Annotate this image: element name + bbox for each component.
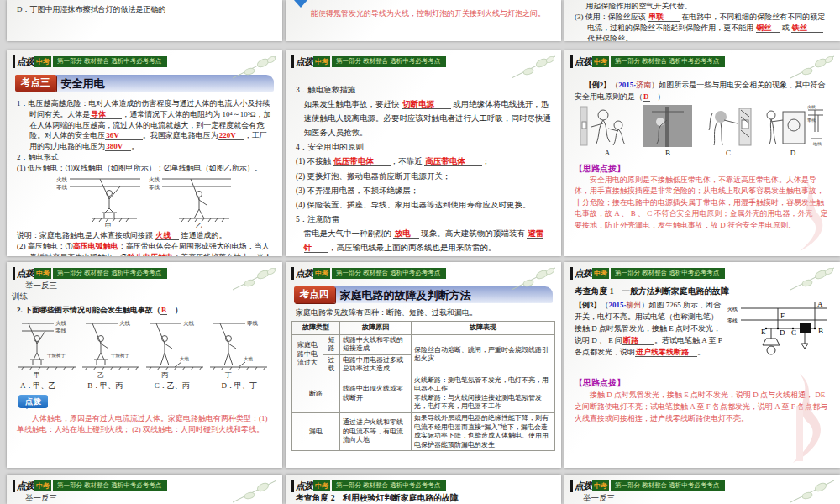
table-cell: 过载 <box>323 354 340 375</box>
electric-shock-diagram-jia-yi: 火线 零线 甲 火线 零线 乙 <box>56 174 233 229</box>
header-bar-text: 第一部分 教材整合 透析中考必考考点 <box>332 480 446 491</box>
wire-label: 火线 <box>727 307 738 312</box>
note-label: 大地 <box>180 356 190 361</box>
header-bar-text: 第一部分 教材整合 透析中考必考考点 <box>53 56 167 67</box>
table-cell: 漏电 <box>292 412 340 450</box>
cartoon-caption: A <box>580 148 635 160</box>
dianba-zhongkao-logo: 点拨中考 <box>570 55 609 68</box>
paragraph: (2) 更换灯泡、搬动电器前应断开电源开关； <box>296 170 551 184</box>
figure-caption: 丁 <box>224 371 232 379</box>
slide-partial-top-middle[interactable]: 能使得氖管发光的导线为火线，控制灯泡的开关接到火线与灯泡之间。 <box>286 0 561 41</box>
header-bar-text: 第一部分 教材整合 透析中考必考考点 <box>332 56 446 67</box>
slide-example3[interactable]: 点拨中考 第一部分 教材整合 透析中考必考考点 考查角度 1 一般方法判断家庭电… <box>564 262 840 468</box>
header-bar-text: 第一部分 教材整合 透析中考必考考点 <box>53 480 167 491</box>
table-cell: 家庭电路中电流过大 <box>292 334 323 375</box>
section-label: 训练 <box>12 291 282 302</box>
pink-watermark-decoration <box>774 177 833 253</box>
wire-label: 火线 <box>149 176 160 182</box>
figure-caption: 甲 <box>34 371 40 379</box>
magnolia-flower-decoration <box>787 265 836 291</box>
cartoon-caption: D <box>761 148 825 160</box>
header-bar-text: 第一部分 教材整合 透析中考必考考点 <box>332 268 446 279</box>
paragraph: 5．注意防雷 <box>296 213 551 227</box>
paragraph: 雷电是大气中一种剧烈的 放电 现象。高大建筑物的顶端装有 避雷针 ，高压输电线最… <box>296 227 551 255</box>
dianba-zhongkao-logo: 点拨中考 <box>570 480 609 492</box>
wire-label: 零线 <box>55 328 67 334</box>
cartoon-a: A <box>580 104 635 160</box>
dianba-zhongkao-logo: 点拨中考 <box>13 55 51 68</box>
table-cell: 短路 <box>323 334 340 354</box>
point-label: D <box>780 328 785 337</box>
option-b: B．甲、丙 <box>87 381 123 391</box>
table-cell: 如果导线外层或用电器的绝缘性能下降，则有电流不经用电器而直接“漏入”地下，漏电会… <box>412 412 555 450</box>
magnolia-flower-decoration <box>229 477 278 504</box>
magnolia-flower-decoration <box>787 53 836 80</box>
paragraph: 能使得氖管发光的导线为火线，控制灯泡的开关接到火线与灯泡之间。 <box>286 0 561 19</box>
intro-line: 家庭电路常见故障有四种：断路、短路、过载和漏电。 <box>291 307 556 318</box>
figure-caption: 乙 <box>196 222 202 229</box>
dianba-zhongkao-logo: 点拨中考 <box>291 480 330 492</box>
dianba-zhongkao-logo: 点拨中考 <box>291 55 330 68</box>
pink-watermark-decoration <box>766 372 833 465</box>
table-cell: 保险丝自动熔断、跳闸，严重时会烧毁线路引起火灾 <box>412 334 555 375</box>
point-label: E <box>761 328 766 336</box>
table-cell: 断路 <box>292 375 340 412</box>
shock-cases-diagram: 火线 零线 干燥椅子 甲 火线 干燥椅子 乙 火线 <box>17 317 272 379</box>
cartoon-b: B <box>640 104 696 160</box>
wire-label: 火线 <box>183 320 195 326</box>
magnolia-flower-decoration <box>787 477 836 504</box>
paragraph: 2．触电形式 <box>17 152 272 163</box>
slide-kaodian3-safety[interactable]: 点拨中考 第一部分 教材整合 透析中考必考考点 考点三 安全用电 1．电压越高越… <box>7 50 282 256</box>
dianba-zhongkao-logo: 点拨中考 <box>13 267 51 280</box>
magnolia-flower-decoration <box>229 53 278 80</box>
option-d: D．甲、丁 <box>222 381 258 391</box>
slide-kaodian4-faults[interactable]: 点拨中考 第一部分 教材整合 透析中考必考考点 考点四 家庭电路的故障及判断方法… <box>286 262 561 468</box>
paragraph: (2) 高压触电：①高压电弧触电：高压带电体会在周围形成强大的电场，当人靠近时容… <box>17 241 272 256</box>
slide-partial-bottom-left[interactable]: 点拨中考 第一部分 教材整合 透析中考必考考点 举一反三 训练 <box>7 475 282 504</box>
example-block: 火线 零线 A F E D C B <box>575 300 830 359</box>
wire-label: 火线 <box>807 105 816 109</box>
option-a: A．甲、乙 <box>20 381 56 391</box>
point-label: F <box>780 312 785 320</box>
slide-practice2[interactable]: 点拨中考 第一部分 教材整合 透析中考必考考点 举一反三 训练 2. 下面哪些图… <box>7 262 282 468</box>
header-bar-text: 第一部分 教材整合 透析中考必考考点 <box>611 268 725 279</box>
wire-label: 火线 <box>55 320 67 326</box>
paragraph: 如果发生触电事故，要赶快 切断电源 或用绝缘体将电线挑开，迅速使触电人脱离电源。… <box>296 97 551 140</box>
figure-caption: 丙 <box>161 371 169 379</box>
paragraph: 说明：家庭电路触电是人体直接或间接跟 火线 连通造成的。 <box>17 230 272 241</box>
wire-label: 零线 <box>807 118 816 123</box>
paragraph: 用起保险作用的空气开关代替。 <box>575 1 830 12</box>
slide-partial-top-left[interactable]: D．丁图中用湿抹布擦拭台灯的做法是正确的 <box>7 0 282 41</box>
table-header: 故障类型 <box>292 322 340 335</box>
cartoon-strip: A B <box>575 102 830 160</box>
answer-options: A．甲、乙 B．甲、丙 C．乙、丙 D．甲、丁 <box>17 380 272 391</box>
wire-label: 火线 <box>56 176 68 182</box>
option-c: C．乙、丙 <box>155 381 190 391</box>
magnolia-flower-decoration <box>508 53 557 80</box>
slide-partial-bottom-middle[interactable]: 点拨中考 第一部分 教材整合 透析中考必考考点 考查角度 2 利用校验灯判断家庭… <box>286 475 561 504</box>
paragraph: (3) 使用：保险丝应该 串联 在电路中，不同粗细的保险丝有不同的额定电流，过粗… <box>575 12 830 41</box>
question: 2. 下面哪些图示情况可能会发生触电事故（B ） <box>17 305 272 316</box>
table-cell: 火线断路：测电笔氖管不发光，电灯不亮，用电器不工作 零线断路：与火线间接连接处测… <box>412 375 555 412</box>
table-cell: 电路中用电器过多或总功率过大造成 <box>340 354 412 375</box>
dianbo-bubble-label: 点拨 <box>18 395 48 408</box>
note-label: 干燥椅子 <box>111 353 130 358</box>
magnolia-flower-decoration <box>508 265 557 291</box>
dianba-zhongkao-logo: 点拨中考 <box>291 267 330 280</box>
pointer-bubble-fragment-icon <box>294 0 307 8</box>
kaodian-tag: 考点三 <box>15 75 56 92</box>
wire-label: 零线 <box>727 318 738 323</box>
circuit-figure-7265: 火线 零线 A F E D C B <box>727 300 830 372</box>
magnolia-flower-decoration <box>229 265 278 291</box>
slide-header: 点拨中考 第一部分 教材整合 透析中考必考考点 <box>291 480 561 491</box>
table-header: 故障原因 <box>340 322 412 335</box>
tip-label: 【思路点拨】 <box>575 162 830 175</box>
slide-partial-top-right[interactable]: 用起保险作用的空气开关代替。 (3) 使用：保险丝应该 串联 在电路中，不同粗细… <box>564 0 840 41</box>
wire-label: 火线 <box>119 320 131 326</box>
slide-partial-bottom-right[interactable]: 点拨中考 第一部分 教材整合 透析中考必考考点 举一反三 训练 如图所示的家庭照… <box>564 475 840 504</box>
figure-caption: 乙 <box>97 371 104 379</box>
paragraph: (4) 保险装置、插座、导线、家用电器等达到使用寿命应及时更换。 <box>296 198 551 213</box>
slide-example2[interactable]: 点拨中考 第一部分 教材整合 透析中考必考考点 【例2】（2015·济南）如图所… <box>564 50 840 256</box>
paragraph: 1．电压越高越危险：电对人体造成的伤害程度与通过人体的电流大小及持续时间有关。人… <box>17 98 272 152</box>
slide-safety-rules[interactable]: 点拨中考 第一部分 教材整合 透析中考必考考点 3．触电急救措施 如果发生触电事… <box>286 50 561 256</box>
